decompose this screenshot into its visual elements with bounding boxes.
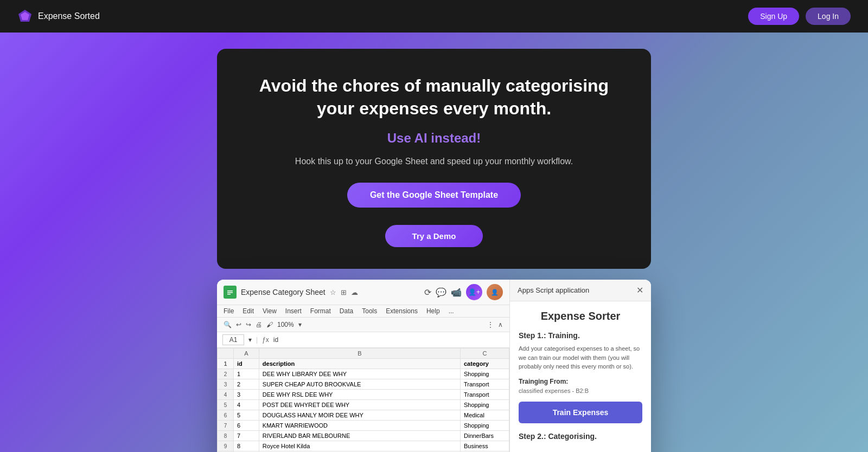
zoom-dropdown-icon[interactable]: ▾ — [298, 321, 302, 328]
col-id-header: id — [234, 359, 259, 369]
hero-headline: Avoid the chores of manually categorisin… — [250, 75, 618, 120]
col-header-rownum — [218, 348, 234, 359]
menu-extensions[interactable]: Extensions — [386, 307, 418, 315]
apps-script-panel: Apps Script application ✕ Expense Sorter… — [510, 280, 651, 452]
add-people-icon: 👤+ — [466, 284, 482, 300]
col-description-header: description — [259, 359, 460, 369]
user-avatar: 👤 — [487, 284, 503, 300]
cell-id[interactable]: 1 — [234, 369, 259, 379]
cell-description[interactable]: DEE WHY LIBRARY DEE WHY — [259, 369, 460, 379]
try-demo-button[interactable]: Try a Demo — [385, 225, 483, 247]
close-panel-button[interactable]: ✕ — [636, 285, 643, 295]
row-num: 4 — [218, 390, 234, 400]
cell-category[interactable]: Business — [461, 441, 509, 451]
cell-description[interactable]: KMART WARRIEWOOD — [259, 421, 460, 431]
sheet-title-name: Expense Category Sheet — [241, 288, 326, 296]
cell-category[interactable]: Shopping — [461, 369, 509, 379]
table-row: 3 2 SUPER CHEAP AUTO BROOKVALE Transport — [218, 379, 509, 390]
cell-description[interactable]: RIVERLAND BAR MELBOURNE — [259, 431, 460, 441]
cell-id[interactable]: 7 — [234, 431, 259, 441]
col-category-header: category — [461, 359, 509, 369]
navbar: Expense Sorted Sign Up Log In — [0, 0, 868, 33]
table-row: 5 4 POST DEE WHYRET DEE WHY Shopping — [218, 400, 509, 410]
brand-logo-icon — [17, 9, 33, 24]
formula-bar-separator: | — [256, 336, 258, 344]
signup-button[interactable]: Sign Up — [748, 8, 799, 25]
row-num: 8 — [218, 431, 234, 441]
cell-ref-dropdown[interactable]: ▾ — [248, 336, 252, 344]
zoom-level[interactable]: 100% — [277, 321, 294, 328]
training-from-value: classified expenses - B2:B — [519, 388, 642, 394]
apps-script-panel-title: Apps Script application — [518, 286, 589, 294]
menu-view[interactable]: View — [263, 307, 277, 315]
cell-id[interactable]: 4 — [234, 400, 259, 410]
table-row: 4 3 DEE WHY RSL DEE WHY Transport — [218, 390, 509, 400]
apps-script-header: Apps Script application ✕ — [510, 280, 651, 301]
cell-id[interactable]: 5 — [234, 410, 259, 421]
svg-rect-4 — [227, 292, 233, 293]
step1-description: Add your categorised expenses to a sheet… — [519, 344, 642, 371]
cell-category[interactable]: Medical — [461, 410, 509, 421]
cell-id[interactable]: 3 — [234, 390, 259, 400]
sheet-preview-container: Expense Category Sheet ☆ ⊞ ☁ ⟳ 💬 📹 👤+ 👤 — [217, 280, 651, 452]
menu-edit[interactable]: Edit — [242, 307, 254, 315]
menu-more[interactable]: ... — [449, 307, 454, 315]
sheet-titlebar: Expense Category Sheet ☆ ⊞ ☁ ⟳ 💬 📹 👤+ 👤 — [217, 280, 509, 305]
sheet-menubar: File Edit View Insert Format Data Tools … — [217, 305, 509, 318]
row-num: 9 — [218, 441, 234, 451]
get-template-button[interactable]: Get the Google Sheet Template — [347, 183, 521, 208]
cell-category[interactable]: DinnerBars — [461, 431, 509, 441]
login-button[interactable]: Log In — [806, 8, 851, 25]
collapse-icon[interactable]: ∧ — [498, 321, 503, 328]
training-from-label: Trainging From: — [519, 378, 642, 385]
cell-id[interactable]: 8 — [234, 441, 259, 451]
menu-help[interactable]: Help — [426, 307, 440, 315]
formula-value[interactable]: id — [273, 336, 278, 344]
folder-icon: ⊞ — [341, 288, 347, 296]
col-header-c: C — [461, 348, 509, 359]
row-num: 3 — [218, 379, 234, 390]
cell-category[interactable]: Transport — [461, 390, 509, 400]
menu-format[interactable]: Format — [310, 307, 331, 315]
cell-description[interactable]: SUPER CHEAP AUTO BROOKVALE — [259, 379, 460, 390]
cell-description[interactable]: DOUGLASS HANLY MOIR DEE WHY — [259, 410, 460, 421]
hero-card: Avoid the chores of manually categorisin… — [217, 49, 651, 269]
formula-fx-icon: ƒx — [262, 336, 269, 344]
star-icon: ☆ — [330, 288, 336, 296]
col-header-a: A — [234, 348, 259, 359]
menu-insert[interactable]: Insert — [285, 307, 302, 315]
cell-description[interactable]: POST DEE WHYRET DEE WHY — [259, 400, 460, 410]
sheet-preview: Expense Category Sheet ☆ ⊞ ☁ ⟳ 💬 📹 👤+ 👤 — [217, 280, 651, 452]
cell-id[interactable]: 6 — [234, 421, 259, 431]
svg-rect-5 — [227, 294, 231, 295]
search-toolbar-icon: 🔍 — [224, 321, 232, 328]
spreadsheet-panel: Expense Category Sheet ☆ ⊞ ☁ ⟳ 💬 📹 👤+ 👤 — [217, 280, 510, 452]
redo-icon[interactable]: ↪ — [246, 321, 251, 328]
data-table: A B C 1 id description category — [217, 348, 509, 452]
cell-reference[interactable]: A1 — [222, 334, 244, 345]
print-icon[interactable]: 🖨 — [256, 321, 262, 328]
step2-heading: Step 2.: Categorising. — [519, 432, 642, 441]
train-expenses-button[interactable]: Train Expenses — [519, 402, 642, 423]
cell-category[interactable]: Shopping — [461, 400, 509, 410]
menu-tools[interactable]: Tools — [362, 307, 377, 315]
cell-category[interactable]: Transport — [461, 379, 509, 390]
undo-icon[interactable]: ↩ — [236, 321, 241, 328]
table-row: 8 7 RIVERLAND BAR MELBOURNE DinnerBars — [218, 431, 509, 441]
col-header-b: B — [259, 348, 460, 359]
spreadsheet-grid: A B C 1 id description category — [217, 348, 509, 452]
cell-id[interactable]: 2 — [234, 379, 259, 390]
cell-category[interactable]: Shopping — [461, 421, 509, 431]
row-num: 7 — [218, 421, 234, 431]
toolbar-more-icon[interactable]: ⋮ — [487, 321, 494, 328]
row-num: 5 — [218, 400, 234, 410]
cell-description[interactable]: DEE WHY RSL DEE WHY — [259, 390, 460, 400]
menu-file[interactable]: File — [224, 307, 234, 315]
cell-description[interactable]: Royce Hotel Kilda — [259, 441, 460, 451]
menu-data[interactable]: Data — [340, 307, 353, 315]
hero-ai-tagline: Use AI instead! — [250, 131, 618, 146]
brand: Expense Sorted — [17, 9, 100, 24]
paint-icon[interactable]: 🖌 — [266, 321, 273, 328]
formula-bar: A1 ▾ | ƒx id — [217, 332, 509, 348]
svg-rect-3 — [227, 290, 233, 292]
